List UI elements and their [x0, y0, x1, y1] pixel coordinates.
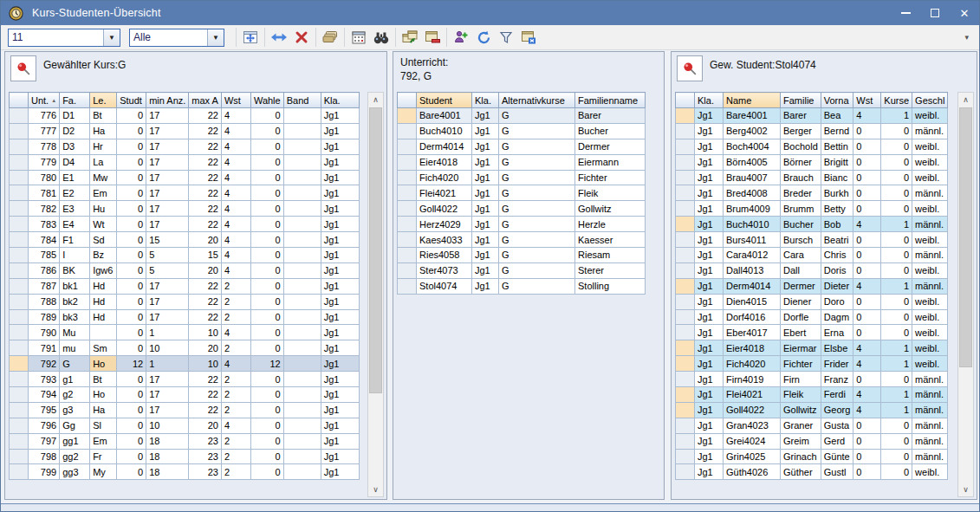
- cell[interactable]: 0: [117, 123, 146, 139]
- cell[interactable]: Firn: [781, 372, 821, 387]
- cell[interactable]: Jg1: [472, 217, 499, 232]
- cell[interactable]: Günte: [821, 449, 853, 464]
- cell[interactable]: Grinach: [781, 449, 821, 464]
- cell[interactable]: [283, 248, 321, 263]
- column-header[interactable]: min Anz.: [146, 93, 189, 108]
- cell[interactable]: 4: [853, 402, 881, 418]
- row-selector[interactable]: [676, 248, 695, 263]
- row-selector[interactable]: [676, 418, 695, 433]
- cell[interactable]: 0: [250, 170, 283, 185]
- cell[interactable]: Bred4008: [724, 185, 781, 201]
- cell[interactable]: Em: [90, 433, 117, 449]
- cell[interactable]: 0: [853, 248, 881, 263]
- cell[interactable]: Ha: [90, 123, 117, 139]
- cell[interactable]: [283, 325, 321, 340]
- cell[interactable]: Herz4029: [417, 217, 472, 232]
- cell[interactable]: 0: [250, 372, 283, 387]
- cell[interactable]: Jg1: [695, 309, 724, 325]
- cell[interactable]: 0: [250, 340, 283, 356]
- cell[interactable]: Ster4073: [417, 262, 472, 278]
- cell[interactable]: 12: [117, 356, 146, 372]
- cell[interactable]: 0: [117, 294, 146, 309]
- cell[interactable]: Kaesser: [575, 232, 646, 248]
- cell[interactable]: Erna: [821, 325, 853, 340]
- cell[interactable]: G: [499, 139, 575, 154]
- cell[interactable]: 777: [29, 123, 60, 139]
- cell[interactable]: Beatri: [821, 232, 853, 248]
- row-selector-header[interactable]: [398, 93, 417, 108]
- cell[interactable]: Eier4018: [724, 340, 781, 356]
- row-selector[interactable]: [10, 123, 29, 139]
- cell[interactable]: gg2: [60, 449, 90, 464]
- cell[interactable]: 0: [117, 309, 146, 325]
- column-header[interactable]: Alternativkurse: [499, 93, 575, 108]
- cell[interactable]: 2: [221, 372, 250, 387]
- row-selector[interactable]: [676, 309, 695, 325]
- cell[interactable]: Dorf4016: [724, 309, 781, 325]
- cell[interactable]: 15: [189, 248, 222, 263]
- class-filter-input[interactable]: [9, 29, 103, 46]
- column-header[interactable]: Geschl: [912, 93, 948, 108]
- cell[interactable]: weibl.: [912, 464, 948, 480]
- cell[interactable]: Grei4024: [724, 433, 781, 449]
- cell[interactable]: 22: [189, 278, 222, 294]
- cell[interactable]: 22: [189, 108, 222, 124]
- cell[interactable]: 17: [146, 309, 189, 325]
- cell[interactable]: 0: [117, 340, 146, 356]
- cell[interactable]: Jg1: [321, 123, 359, 139]
- cell[interactable]: 4: [221, 356, 250, 372]
- cell[interactable]: 12: [250, 356, 283, 372]
- cell[interactable]: Elsbe: [821, 340, 853, 356]
- row-selector[interactable]: [398, 108, 417, 124]
- cell[interactable]: Jg1: [321, 201, 359, 217]
- course-scrollbar[interactable]: ∧ ∨: [367, 92, 384, 497]
- cell[interactable]: Jg1: [472, 170, 499, 185]
- cell[interactable]: Jg1: [321, 217, 359, 232]
- cell[interactable]: 4: [221, 418, 250, 433]
- delete-cross-button[interactable]: [290, 27, 313, 48]
- chevron-down-icon[interactable]: ▼: [207, 29, 224, 46]
- cell[interactable]: 1: [146, 325, 189, 340]
- cell[interactable]: Berger: [781, 123, 821, 139]
- cell[interactable]: männl.: [912, 278, 948, 294]
- cell[interactable]: Jg1: [321, 278, 359, 294]
- cell[interactable]: 4: [853, 356, 881, 372]
- cell[interactable]: 784: [29, 232, 60, 248]
- cell[interactable]: Fich4020: [724, 356, 781, 372]
- row-selector[interactable]: [676, 262, 695, 278]
- column-header[interactable]: Familie: [781, 93, 821, 108]
- cell[interactable]: [283, 262, 321, 278]
- cell[interactable]: 794: [29, 387, 60, 403]
- cell[interactable]: F1: [60, 232, 90, 248]
- cell[interactable]: G: [499, 262, 575, 278]
- cell[interactable]: 4: [221, 232, 250, 248]
- cell[interactable]: Jg1: [695, 278, 724, 294]
- students-scrollbar[interactable]: ∧ ∨: [957, 92, 974, 497]
- cell[interactable]: 787: [29, 278, 60, 294]
- cell[interactable]: 1: [881, 340, 912, 356]
- cell[interactable]: [283, 139, 321, 154]
- cell[interactable]: 22: [189, 123, 222, 139]
- cell[interactable]: 781: [29, 185, 60, 201]
- pin-button[interactable]: [10, 55, 36, 81]
- cell[interactable]: G: [499, 123, 575, 139]
- cell[interactable]: Kaes4033: [417, 232, 472, 248]
- cell[interactable]: Bz: [90, 248, 117, 263]
- cell[interactable]: Goll4022: [417, 201, 472, 217]
- cell[interactable]: Bare4001: [724, 108, 781, 124]
- cell[interactable]: 0: [117, 185, 146, 201]
- cell[interactable]: [90, 325, 117, 340]
- cell[interactable]: G: [499, 248, 575, 263]
- cell[interactable]: Eber4017: [724, 325, 781, 340]
- cell[interactable]: G: [499, 232, 575, 248]
- cell[interactable]: D3: [60, 139, 90, 154]
- refresh-button[interactable]: [472, 27, 495, 48]
- cell[interactable]: Dien4015: [724, 294, 781, 309]
- cell[interactable]: 18: [146, 449, 189, 464]
- cell[interactable]: 0: [250, 325, 283, 340]
- cell[interactable]: 0: [881, 418, 912, 433]
- cell[interactable]: [283, 433, 321, 449]
- cell[interactable]: 0: [250, 278, 283, 294]
- cell[interactable]: Georg: [821, 402, 853, 418]
- cell[interactable]: 0: [881, 185, 912, 201]
